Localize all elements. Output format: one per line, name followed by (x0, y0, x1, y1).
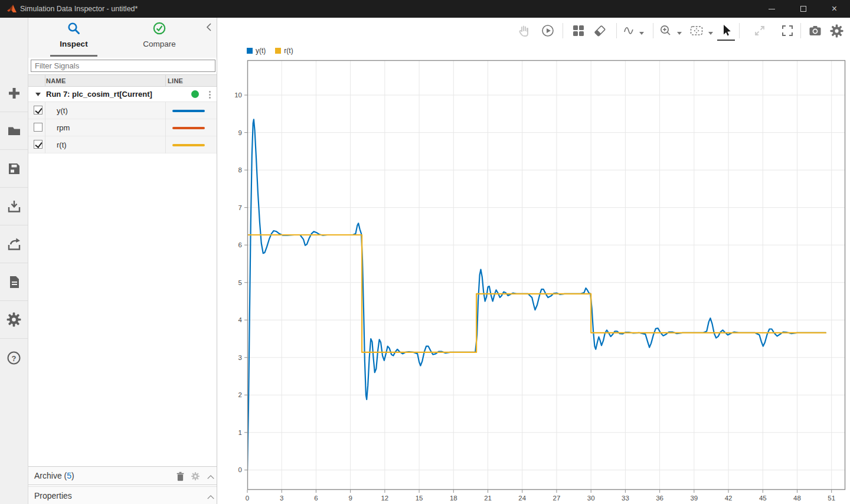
svg-text:39: 39 (690, 495, 698, 502)
share-icon (6, 237, 22, 252)
svg-text:9: 9 (238, 129, 242, 136)
archive-collapse-button[interactable] (204, 470, 217, 483)
signal-line-swatch[interactable] (172, 127, 205, 129)
close-button[interactable]: × (819, 0, 850, 18)
folder-icon (6, 123, 22, 139)
archive-count: 5 (67, 471, 71, 480)
plot-area[interactable]: 0369121518212427303336394245485101234567… (217, 18, 850, 504)
search-icon (67, 21, 81, 35)
run-row[interactable]: Run 7: plc_cosim_rt[Current] (28, 87, 217, 102)
window-title: Simulation Data Inspector - untitled* (20, 0, 138, 18)
svg-text:33: 33 (622, 495, 629, 502)
signal-visibility-checkbox[interactable] (34, 106, 42, 114)
gear-icon (6, 312, 22, 328)
signal-panel: Inspect Compare NAME LINE (28, 18, 217, 504)
titlebar: Simulation Data Inspector - untitled* × (0, 0, 850, 18)
minimize-button[interactable] (756, 0, 787, 18)
column-header-line: LINE (168, 77, 183, 84)
chart-pane: y(t) r(t) 036912151821242730333639424548… (217, 18, 850, 504)
svg-text:3: 3 (280, 495, 283, 502)
svg-text:1: 1 (238, 429, 242, 436)
svg-text:6: 6 (238, 241, 242, 248)
tab-bar: Inspect Compare (28, 18, 217, 58)
table-header: NAME LINE (28, 74, 217, 87)
svg-text:15: 15 (416, 495, 423, 502)
signal-row[interactable]: rpm (28, 119, 217, 136)
preferences-button[interactable] (0, 301, 28, 339)
tab-inspect[interactable]: Inspect (47, 21, 100, 48)
svg-text:2: 2 (238, 391, 242, 398)
left-toolbar: ? (0, 18, 28, 504)
properties-collapse-button[interactable] (204, 490, 217, 503)
save-button[interactable] (0, 150, 28, 188)
svg-text:?: ? (12, 354, 17, 362)
export-button[interactable] (0, 225, 28, 263)
import-button[interactable] (0, 188, 28, 225)
matlab-logo-icon (7, 4, 17, 14)
signal-line-swatch[interactable] (172, 144, 205, 146)
svg-text:7: 7 (238, 204, 242, 211)
download-icon (6, 199, 22, 214)
svg-text:9: 9 (348, 495, 352, 502)
signal-row[interactable]: r(t) (28, 136, 217, 153)
archive-section[interactable]: Archive (5) (28, 466, 217, 485)
signal-visibility-checkbox[interactable] (34, 123, 42, 132)
svg-text:18: 18 (450, 495, 457, 502)
svg-text:27: 27 (553, 495, 561, 502)
signal-list: y(t) rpm r(t) (28, 102, 217, 153)
svg-text:5: 5 (238, 279, 242, 286)
svg-text:24: 24 (518, 495, 526, 502)
signal-name: y(t) (57, 106, 68, 115)
signal-visibility-checkbox[interactable] (34, 140, 42, 149)
help-icon: ? (6, 350, 22, 366)
help-button[interactable]: ? (0, 339, 28, 377)
maximize-button[interactable] (787, 0, 819, 18)
axis-tick-labels: 0369121518212427303336394245485101234567… (234, 91, 835, 502)
signal-name: r(t) (57, 140, 67, 149)
svg-text:0: 0 (238, 466, 242, 473)
archive-label: Archive (5) (34, 471, 74, 480)
properties-label: Properties (34, 491, 72, 500)
svg-text:21: 21 (484, 495, 492, 502)
signal-name: rpm (57, 123, 70, 132)
svg-text:30: 30 (587, 495, 595, 502)
run-status-dot (191, 90, 199, 98)
gear-small-icon (191, 472, 200, 481)
active-tab-underline (50, 55, 97, 57)
svg-text:42: 42 (725, 495, 733, 502)
run-menu-button[interactable] (207, 90, 212, 99)
svg-text:10: 10 (234, 91, 242, 99)
chevron-left-icon (206, 22, 212, 32)
svg-text:12: 12 (381, 495, 388, 502)
plus-icon (6, 86, 22, 101)
add-button[interactable] (0, 74, 28, 112)
svg-text:51: 51 (828, 495, 835, 502)
app-window: Simulation Data Inspector - untitled* × (0, 0, 850, 504)
signal-line-swatch[interactable] (172, 110, 205, 112)
run-label: Run 7: plc_cosim_rt[Current] (46, 90, 152, 99)
properties-section[interactable]: Properties (28, 486, 217, 504)
filter-signals-input[interactable] (31, 60, 215, 72)
collapse-triangle-icon[interactable] (35, 93, 41, 96)
svg-text:0: 0 (246, 495, 249, 502)
create-report-button[interactable] (0, 263, 28, 301)
tab-compare-label: Compare (133, 40, 186, 48)
signal-row[interactable]: y(t) (28, 102, 217, 119)
svg-text:36: 36 (656, 495, 663, 502)
chevron-up-icon (207, 494, 215, 500)
tab-compare[interactable]: Compare (133, 21, 186, 48)
collapse-panel-button[interactable] (206, 22, 215, 32)
delete-archive-button[interactable] (174, 470, 187, 483)
archive-settings-button[interactable] (189, 470, 202, 483)
open-button[interactable] (0, 112, 28, 150)
svg-text:45: 45 (759, 495, 767, 502)
document-icon (6, 274, 22, 290)
plot-border (248, 61, 845, 490)
series-r(t)[interactable] (247, 235, 826, 352)
tab-inspect-label: Inspect (47, 40, 100, 48)
gridlines (247, 60, 845, 490)
svg-text:48: 48 (793, 495, 801, 502)
check-circle-icon (152, 21, 166, 35)
trash-icon (175, 471, 185, 482)
series-y(t)[interactable] (247, 119, 826, 470)
